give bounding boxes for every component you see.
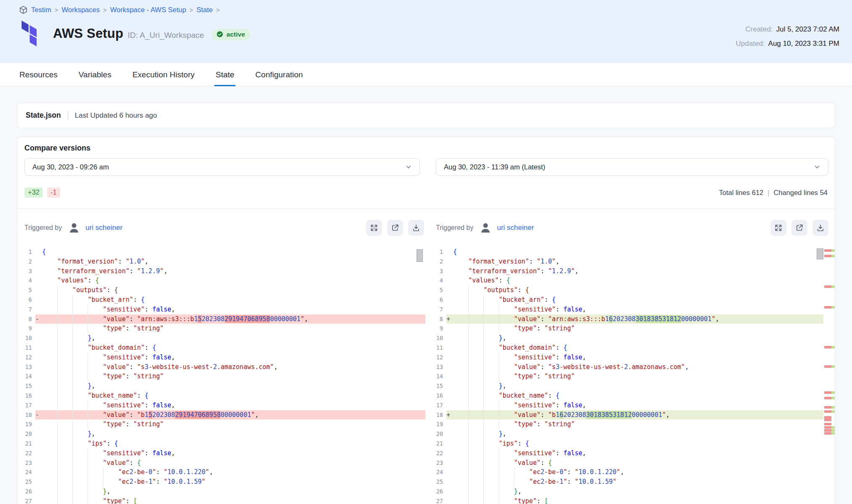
diff-editor-original[interactable]: 1{2 "format_version": "1.0",3 "terraform… bbox=[19, 247, 425, 504]
code-line: 27 "type": [ bbox=[430, 496, 823, 504]
line-number: 7 bbox=[19, 305, 35, 314]
diff-sign bbox=[35, 267, 42, 276]
open-external-button[interactable] bbox=[387, 220, 403, 236]
triggered-by-user-link[interactable]: uri scheiner bbox=[85, 224, 122, 232]
line-number: 27 bbox=[19, 496, 35, 504]
code-text: "ec2-be-0": "10.0.1.220", bbox=[453, 467, 823, 477]
diff-sign bbox=[35, 477, 42, 487]
code-text: { bbox=[42, 247, 425, 257]
code-line: 25 "ec2-be-1": "10.0.1.59" bbox=[430, 477, 823, 487]
line-number: 3 bbox=[430, 267, 446, 276]
code-line: 2 "format_version": "1.0", bbox=[19, 257, 425, 267]
code-line: 24 "ec2-be-0": "10.0.1.220", bbox=[430, 467, 823, 477]
external-link-icon bbox=[795, 224, 804, 232]
line-number: 16 bbox=[430, 391, 446, 401]
added-lines-badge: +32 bbox=[24, 187, 43, 198]
tab-state[interactable]: State bbox=[215, 63, 234, 86]
diff-sign bbox=[446, 372, 453, 381]
version-select-right[interactable]: Aug 30, 2023 - 11:39 am (Latest) bbox=[436, 158, 828, 176]
expand-button[interactable] bbox=[366, 220, 382, 236]
tab-execution-history[interactable]: Execution History bbox=[133, 63, 195, 86]
diff-sign bbox=[35, 381, 42, 391]
state-file-bar: State.json Last Updated 6 hours ago bbox=[17, 103, 835, 128]
diff-sign bbox=[35, 420, 42, 429]
code-text: "sensitive": false, bbox=[42, 305, 425, 314]
code-line: 20 }, bbox=[19, 429, 425, 439]
code-text: "value": "s3-website-us-west-2.amazonaws… bbox=[453, 362, 823, 372]
line-totals: Total lines 612 | Changed lines 54 bbox=[719, 189, 828, 197]
breadcrumb-separator: > bbox=[103, 6, 107, 13]
diff-sign bbox=[446, 401, 453, 410]
diff-sign bbox=[35, 305, 42, 314]
code-text: "sensitive": false, bbox=[453, 353, 823, 362]
scrollbar-thumb[interactable] bbox=[817, 248, 823, 259]
code-line: 24 "ec2-be-0": "10.0.1.220", bbox=[19, 467, 425, 477]
code-line: 25 "ec2-be-1": "10.0.1.59" bbox=[19, 477, 425, 487]
download-icon bbox=[412, 224, 420, 232]
diff-sign bbox=[35, 458, 42, 468]
expand-button[interactable] bbox=[770, 220, 786, 236]
line-number: 23 bbox=[19, 458, 35, 468]
breadcrumb-item-state[interactable]: State bbox=[196, 6, 213, 14]
line-number: 21 bbox=[19, 439, 35, 449]
triggered-by-user-link[interactable]: uri scheiner bbox=[497, 224, 534, 232]
tab-configuration[interactable]: Configuration bbox=[255, 63, 303, 86]
line-number: 7 bbox=[430, 305, 446, 314]
download-button[interactable] bbox=[812, 220, 828, 236]
code-text: "type": "string" bbox=[42, 420, 425, 429]
code-line: 22 "sensitive": false, bbox=[19, 449, 425, 458]
diff-sign bbox=[446, 276, 453, 285]
updated-value: Aug 10, 2023 3:31 PM bbox=[768, 40, 839, 47]
code-text: "terraform_version": "1.2.9", bbox=[42, 267, 425, 276]
diff-overview-ruler[interactable] bbox=[824, 247, 835, 504]
code-line: 2 "format_version": "1.0", bbox=[430, 257, 823, 267]
code-line: 10 }, bbox=[19, 333, 425, 343]
breadcrumb-item-workspaces[interactable]: Workspaces bbox=[61, 6, 99, 14]
diff-sign bbox=[35, 401, 42, 410]
updated-label: Updated: bbox=[736, 40, 765, 47]
code-line: 23 "value": { bbox=[19, 458, 425, 468]
line-number: 20 bbox=[19, 429, 35, 439]
breadcrumb-item-testim[interactable]: Testim bbox=[31, 6, 51, 14]
code-line: 21 "ips": { bbox=[19, 439, 425, 449]
diff-sign bbox=[35, 353, 42, 362]
code-text: "value": "arn:aws:s3:::b1520230829194706… bbox=[42, 314, 425, 324]
line-number: 10 bbox=[19, 333, 35, 343]
line-number: 13 bbox=[430, 362, 446, 372]
diff-sign bbox=[446, 449, 453, 458]
code-text: "ec2-be-0": "10.0.1.220", bbox=[42, 467, 425, 477]
line-number: 17 bbox=[430, 401, 446, 410]
tab-resources[interactable]: Resources bbox=[19, 63, 58, 86]
code-text: "sensitive": false, bbox=[42, 353, 425, 362]
code-line: 20 }, bbox=[430, 429, 823, 439]
triggered-by-label: Triggered by bbox=[436, 224, 473, 232]
line-number: 19 bbox=[430, 420, 446, 429]
download-button[interactable] bbox=[408, 220, 424, 236]
breadcrumb-item-workspace-aws-setup[interactable]: Workspace - AWS Setup bbox=[110, 6, 186, 14]
diff-sign bbox=[446, 467, 453, 477]
line-number: 23 bbox=[430, 458, 446, 468]
line-number: 1 bbox=[430, 247, 446, 257]
diff-sign bbox=[35, 449, 42, 458]
breadcrumb-separator: > bbox=[216, 6, 220, 13]
line-number: 12 bbox=[430, 353, 446, 362]
version-select-left[interactable]: Aug 30, 2023 - 09:26 am bbox=[24, 158, 420, 176]
diff-sign bbox=[35, 391, 42, 401]
code-line: 13 "value": "s3-website-us-west-2.amazon… bbox=[19, 362, 425, 372]
code-line: 7 "sensitive": false, bbox=[430, 305, 823, 314]
diff-sign bbox=[446, 295, 453, 305]
code-line: 21 "ips": { bbox=[430, 439, 823, 449]
check-circle-icon bbox=[216, 31, 223, 38]
line-number: 25 bbox=[430, 477, 446, 487]
expand-icon bbox=[370, 224, 378, 232]
diff-editor-modified[interactable]: 1{2 "format_version": "1.0",3 "terraform… bbox=[430, 247, 823, 504]
line-number: 12 bbox=[19, 353, 35, 362]
code-text: "value": { bbox=[453, 458, 823, 468]
tab-variables[interactable]: Variables bbox=[79, 63, 111, 86]
open-external-button[interactable] bbox=[791, 220, 807, 236]
diff-sign bbox=[446, 420, 453, 429]
diff-sign bbox=[446, 439, 453, 449]
code-text: "value": "b1520230829194706895800000001"… bbox=[42, 410, 425, 420]
scrollbar-thumb[interactable] bbox=[417, 249, 423, 262]
diff-sign bbox=[35, 343, 42, 353]
